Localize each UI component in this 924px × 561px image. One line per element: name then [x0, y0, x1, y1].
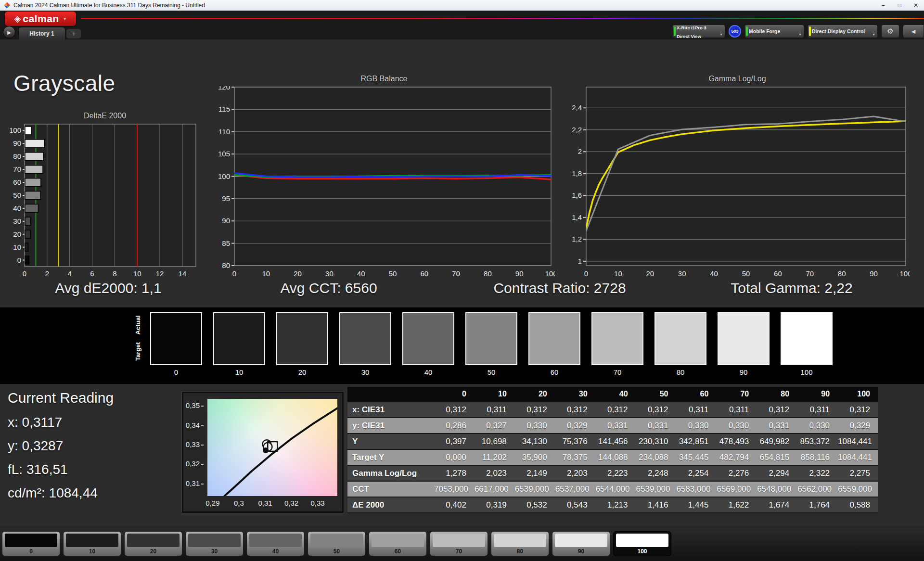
cie-y-tick: 0,33 — [185, 440, 204, 448]
svg-text:90: 90 — [222, 217, 230, 225]
close-button[interactable]: ✕ — [908, 0, 924, 11]
table-cell: 0,331 — [757, 418, 797, 434]
svg-text:2,2: 2,2 — [572, 126, 582, 134]
meter-name: X-Rite i1Pro 3 — [677, 25, 706, 30]
patch-button-30[interactable]: 30 — [185, 531, 244, 556]
svg-text:100: 100 — [218, 172, 230, 180]
svg-text:100: 100 — [10, 126, 21, 134]
meter-dropdown[interactable]: X-Rite i1Pro 3 Direct View ▼ — [672, 25, 725, 38]
patch-button-80[interactable]: 80 — [491, 531, 549, 556]
patch-button-100[interactable]: 100 — [613, 531, 671, 556]
table-header-cell: 20 — [514, 387, 555, 402]
calman-logo-button[interactable]: ◈ calman ▼ — [5, 12, 76, 26]
svg-text:10: 10 — [614, 269, 622, 278]
svg-text:6: 6 — [90, 269, 94, 278]
table-cell: 0,319 — [474, 497, 514, 513]
svg-text:30: 30 — [13, 217, 21, 225]
patch-label: 60 — [372, 548, 424, 555]
tab-history-1[interactable]: History 1 — [18, 27, 65, 40]
table-row-label: Target Y — [347, 449, 434, 465]
svg-text:100: 100 — [899, 269, 910, 278]
patch-button-90[interactable]: 90 — [552, 531, 610, 556]
grayscale-swatch-100 — [781, 312, 833, 365]
patch-button-50[interactable]: 50 — [308, 531, 366, 556]
patch-button-60[interactable]: 60 — [369, 531, 427, 556]
svg-text:1,4: 1,4 — [572, 213, 582, 221]
table-cell: 2,203 — [555, 465, 595, 481]
patch-swatch — [127, 534, 180, 547]
table-cell: 6569,000 — [716, 481, 757, 497]
deltae-chart-title: DeltaE 2000 — [10, 112, 200, 123]
calman-diamond-icon: ◈ — [14, 13, 21, 24]
swatch-level-label: 100 — [781, 368, 833, 376]
cie-y-tick: 0,31 — [185, 479, 204, 487]
table-cell: 1,622 — [716, 497, 757, 513]
svg-text:30: 30 — [325, 269, 334, 278]
table-cell: 6544,000 — [595, 481, 636, 497]
patch-button-0[interactable]: 0 — [2, 531, 60, 556]
title-bar: Calman 2024 Calman Ultimate for Business… — [0, 0, 924, 11]
bottom-patch-bar: ▲ ■ ▶ [·] ∞ ↻ « Back Next » 010203040506… — [0, 527, 924, 561]
table-cell: 2,223 — [595, 465, 636, 481]
current-reading-panel: Current Reading x: 0,3117 y: 0,3287 fL: … — [8, 390, 114, 509]
reading-x: x: 0,3117 — [8, 415, 114, 430]
patch-button-20[interactable]: 20 — [124, 531, 182, 556]
table-cell: 2,276 — [716, 465, 757, 481]
svg-text:2: 2 — [578, 147, 582, 155]
display-control-dropdown[interactable]: Direct Display Control ▼ — [808, 25, 878, 38]
table-cell: 230,310 — [636, 434, 676, 449]
source-dropdown[interactable]: Mobile Forge ▼ — [744, 25, 804, 38]
svg-text:0: 0 — [23, 269, 26, 278]
grayscale-swatch-0 — [150, 312, 202, 365]
patch-button-70[interactable]: 70 — [430, 531, 488, 556]
svg-text:40: 40 — [357, 269, 365, 278]
collapse-panel-button[interactable]: ◀ — [903, 25, 924, 38]
swatch-level-label: 80 — [654, 368, 706, 376]
table-cell: 6617,000 — [474, 481, 514, 497]
patch-swatch — [372, 534, 424, 547]
table-header-cell: 40 — [595, 387, 636, 402]
rgb-balance-chart-title: RGB Balance — [213, 75, 555, 86]
table-cell: 478,493 — [716, 434, 757, 449]
table-header-cell: 80 — [757, 387, 797, 402]
table-cell: 75,376 — [555, 434, 595, 449]
table-header-cell: 70 — [716, 387, 757, 402]
svg-text:20: 20 — [646, 269, 654, 278]
table-row: Y0,39710,69834,13075,376141,456230,31034… — [347, 434, 878, 449]
table-cell: 0,330 — [797, 418, 837, 434]
grayscale-swatch-90 — [718, 312, 770, 365]
grayscale-swatch-30 — [339, 312, 391, 365]
table-cell: 0,311 — [797, 402, 837, 418]
table-cell: 141,456 — [595, 434, 636, 449]
workflow-nav-button[interactable]: ▶ — [3, 26, 15, 38]
svg-text:1,6: 1,6 — [572, 191, 582, 199]
gear-icon: ⚙ — [887, 27, 893, 36]
table-cell: 1084,441 — [837, 434, 878, 449]
table-cell: 2,248 — [636, 465, 676, 481]
table-cell: 0,397 — [434, 434, 474, 449]
add-tab-button[interactable]: + — [66, 29, 81, 38]
svg-text:20: 20 — [13, 230, 21, 238]
table-cell: 0,330 — [716, 418, 757, 434]
table-cell: 2,275 — [837, 465, 878, 481]
patch-swatch — [616, 534, 668, 547]
table-header-cell: 0 — [434, 387, 474, 402]
deltae-chart: DeltaE 2000 1009080706050403020100024681… — [10, 112, 200, 279]
table-cell: 0,329 — [837, 418, 878, 434]
table-header-cell: 100 — [837, 387, 878, 402]
minimize-button[interactable]: – — [875, 0, 891, 11]
settings-button[interactable]: ⚙ — [881, 25, 899, 38]
chevron-down-icon: ▼ — [63, 17, 67, 21]
patch-button-10[interactable]: 10 — [63, 531, 121, 556]
patch-swatch — [310, 534, 363, 547]
svg-text:90: 90 — [870, 269, 878, 278]
table-cell: 0,402 — [434, 497, 474, 513]
table-row: y: CIE310,2860,3270,3300,3290,3310,3310,… — [347, 418, 878, 434]
svg-text:115: 115 — [218, 105, 230, 113]
source-name: Mobile Forge — [749, 29, 780, 34]
maximize-button[interactable]: □ — [891, 0, 908, 11]
table-cell: 0,329 — [555, 418, 595, 434]
meter-reading-badge: 503 — [729, 25, 741, 38]
svg-text:50: 50 — [742, 269, 750, 278]
patch-button-40[interactable]: 40 — [246, 531, 305, 556]
